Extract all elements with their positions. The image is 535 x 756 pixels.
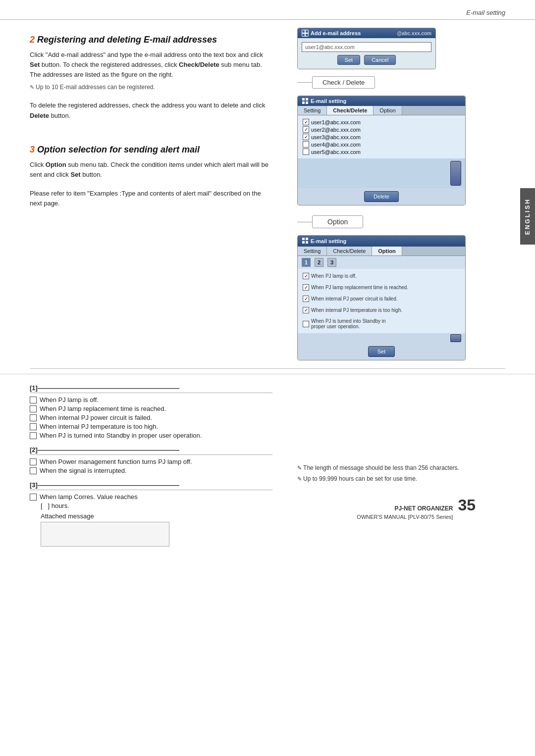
side-label: ENGLISH [524,198,531,235]
tab-option1[interactable]: Option [374,106,402,115]
list-section-1: [1]—————————————————————— When PJ lamp i… [30,384,272,439]
tab-setting1[interactable]: Setting [298,106,327,115]
list-heading-2: [2]—————————————————————— [30,446,272,455]
cond-checkbox-1[interactable] [303,273,309,279]
tab-checkdelete2[interactable]: Check/Delete [327,247,372,255]
list-item-1-5: When PJ is turned into Standby in proper… [30,432,272,439]
cond-checkbox-2[interactable] [303,284,309,291]
cond-checkbox-5[interactable] [303,321,309,327]
bold-option: Option [46,161,66,168]
section2-heading: 2 Registering and deleting E-mail addres… [30,35,272,45]
svg-rect-3 [306,34,308,36]
page-container: E-mail setting 2 Registering and deletin… [0,0,535,756]
add-email-button-label[interactable]: Add e-mail address [311,30,361,36]
cond-checkbox-4[interactable] [303,307,309,313]
list-item-2-2: When the signal is interrupted. [30,467,272,474]
num-tab-1[interactable]: 1 [302,258,311,267]
list-text-1-3: When internal PJ power circuit is failed… [40,414,152,421]
add-email-wrapper: Add e-mail address @abc.xxx.com Set Canc… [297,28,436,69]
list-heading-1: [1]—————————————————————— [30,384,272,393]
set-button-option[interactable]: Set [368,346,395,357]
svg-rect-11 [306,241,308,244]
right-notes: The length of message should be less tha… [287,379,485,558]
footer-text: PJ-NET ORGANIZER OWNER'S MANUAL [PLV-80/… [357,504,453,521]
list-heading-3: [3]—————————————————————— [30,481,272,490]
bottom-note-2: Up to 99,999 hours can be set for use ti… [297,474,476,483]
page-header: E-mail setting [0,0,535,20]
set-button-add[interactable]: Set [337,55,361,65]
email-input[interactable] [302,42,431,52]
section2: 2 Registering and deleting E-mail addres… [30,35,272,121]
user-email-5: user5@abc.xxx.com [311,149,361,155]
screen1-tabs: Setting Check/Delete Option [298,106,465,115]
screen1-titlebar: E-mail setting [298,96,465,106]
user-row-1: user1@abc.xxx.com [303,118,460,126]
svg-rect-1 [306,30,308,33]
list-text-1-5: When PJ is turned into Standby in proper… [40,432,202,439]
user-row-3: user3@abc.xxx.com [303,133,460,141]
list-checkbox-2-2 [30,467,37,474]
section3-heading: 3 Option selection for sending alert mai… [30,145,272,155]
list-text-2-1: When Power management function turns PJ … [40,458,192,465]
email-setting-screen1: E-mail setting Setting Check/Delete Opti… [297,96,466,205]
email-setting-screen2: E-mail setting Setting Check/Delete Opti… [297,235,466,360]
number-tabs: 1 2 3 [298,256,465,269]
section2-heading-text: Registering and deleting E-mail addresse… [37,35,217,45]
svg-rect-2 [302,34,305,36]
list-checkbox-3-1 [30,494,37,501]
bold-set2: Set [70,171,80,178]
checkbox-user4[interactable] [303,141,309,148]
user-row-2: user2@abc.xxx.com [303,126,460,133]
list-checkbox-1-3 [30,414,37,421]
cond-row-3: When internal PJ power circuit is failed… [303,295,460,303]
screen1-body: user1@abc.xxx.com user2@abc.xxx.com user… [298,115,465,158]
section3-number: 3 [30,145,35,154]
english-side-tab: ENGLISH [520,188,535,245]
svg-rect-5 [306,98,308,101]
screen2-title: E-mail setting [311,238,346,244]
cond-checkbox-3[interactable] [303,296,309,302]
bold-delete: Delete [30,112,49,119]
num-tab-2[interactable]: 2 [315,258,323,267]
checkbox-user5[interactable] [303,149,309,155]
list-text-1-4: When internal PJ temperature is too high… [40,423,158,430]
attached-message-label: Attached message [41,512,272,520]
section3-para1: Click Option sub menu tab. Check the con… [30,160,272,180]
list-item-1-2: When PJ lamp replacement time is reached… [30,405,272,412]
list-section-3: [3]—————————————————————— When lamp Corr… [30,481,272,547]
email-title-right: @abc.xxx.com [397,31,431,36]
list-column: [1]—————————————————————— When PJ lamp i… [0,379,287,558]
section3-heading-text: Option selection for sending alert mail [37,145,200,154]
hours-row: [ ] hours. [41,502,272,509]
footer-manual: OWNER'S MANUAL [PLV-80/75 Series] [357,513,453,521]
message-box[interactable] [41,522,169,547]
footer-page: 35 [458,493,476,517]
section3: 3 Option selection for sending alert mai… [30,145,272,209]
delete-button[interactable]: Delete [364,191,399,202]
num-tab-3[interactable]: 3 [327,258,336,267]
svg-rect-0 [302,30,305,33]
list-item-1-3: When internal PJ power circuit is failed… [30,414,272,421]
section2-number: 2 [30,35,35,45]
check-delete-label: Check / Delete [312,76,375,89]
option-label: Option [312,215,363,228]
tab-checkdelete1[interactable]: Check/Delete [327,106,374,115]
cancel-button-add[interactable]: Cancel [364,55,396,65]
cond-text-5: When PJ is turned into Standby inproper … [311,318,386,329]
left-column: 2 Registering and deleting E-mail addres… [0,20,287,368]
footer-product: PJ-NET ORGANIZER [357,504,453,513]
list-item-2-1: When Power management function turns PJ … [30,458,272,465]
checkbox-user1[interactable] [303,119,309,125]
tab-setting2[interactable]: Setting [298,247,327,255]
cond-row-1: When PJ lamp is off. [303,272,460,280]
checkbox-user3[interactable] [303,134,309,140]
cond-row-5: When PJ is turned into Standby inproper … [303,317,460,330]
tab-option2[interactable]: Option [372,247,402,255]
cond-row-2: When PJ lamp replacement time is reached… [303,283,460,292]
user-email-1: user1@abc.xxx.com [311,119,361,125]
checkbox-user2[interactable] [303,126,309,133]
section2-note1: Up to 10 E-mail addresses can be registe… [30,84,272,91]
user-row-5: user5@abc.xxx.com [303,148,460,155]
list-text-3-1: When lamp Corres. Value reaches [40,493,138,501]
user-row-4: user4@abc.xxx.com [303,141,460,148]
